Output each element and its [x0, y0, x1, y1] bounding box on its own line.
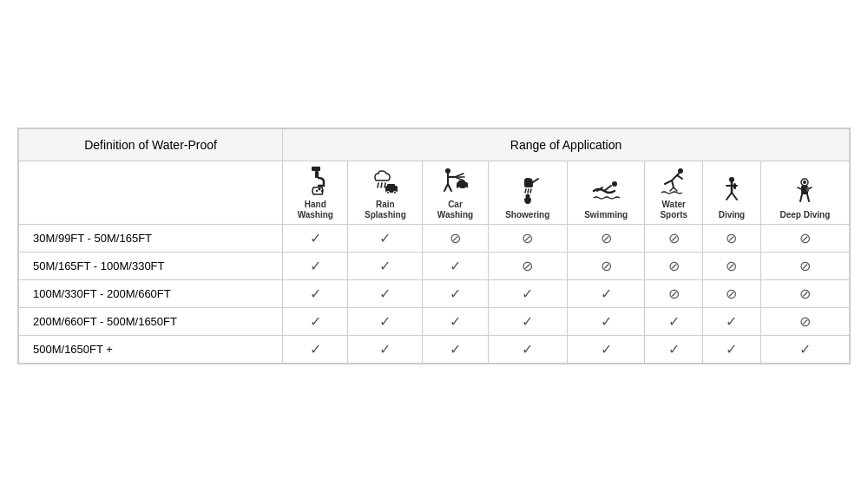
- check-mark: ✓: [522, 286, 533, 301]
- cell-0-3: ⊘: [488, 225, 567, 253]
- no-mark: ⊘: [799, 314, 811, 329]
- svg-line-28: [525, 189, 526, 193]
- cell-3-5: ✓: [645, 308, 703, 336]
- cell-1-0: ✓: [283, 253, 348, 280]
- svg-point-25: [458, 187, 461, 190]
- col-rain-splashing: RainSplashing: [348, 161, 423, 225]
- definition-title: Definition of Water-Proof: [84, 138, 217, 152]
- no-mark: ⊘: [668, 259, 680, 273]
- cell-4-3: ✓: [488, 336, 567, 364]
- check-mark: ✓: [310, 314, 321, 329]
- cell-3-6: ✓: [703, 308, 761, 336]
- table-row: 200M/660FT - 500M/1650FT✓✓✓✓✓✓✓⊘: [19, 308, 850, 336]
- svg-point-14: [394, 192, 396, 194]
- col-showering-label: Showering: [490, 210, 565, 220]
- cell-2-4: ✓: [567, 280, 644, 308]
- check-mark: ✓: [379, 286, 391, 301]
- check-mark: ✓: [450, 286, 461, 301]
- svg-rect-0: [312, 167, 320, 171]
- check-mark: ✓: [379, 314, 391, 329]
- cell-4-6: ✓: [703, 336, 761, 364]
- no-mark: ⊘: [601, 231, 612, 246]
- no-mark: ⊘: [522, 231, 533, 246]
- check-mark: ✓: [601, 314, 612, 329]
- svg-rect-10: [387, 184, 395, 188]
- svg-line-27: [533, 179, 538, 182]
- cell-2-0: ✓: [283, 280, 348, 308]
- cell-2-7: ⊘: [760, 280, 849, 308]
- svg-rect-41: [806, 187, 809, 192]
- table-row: 100M/330FT - 200M/660FT✓✓✓✓✓⊘⊘⊘: [19, 280, 850, 308]
- svg-rect-35: [733, 183, 736, 189]
- no-mark: ⊘: [799, 286, 811, 301]
- row-label-2: 100M/330FT - 200M/660FT: [19, 280, 283, 308]
- cell-2-6: ⊘: [703, 280, 761, 308]
- cell-3-7: ⊘: [760, 308, 849, 336]
- cell-4-5: ✓: [645, 336, 703, 364]
- col-hand-washing: HandWashing: [283, 161, 348, 225]
- check-mark: ✓: [668, 314, 680, 329]
- cell-1-6: ⊘: [703, 253, 761, 280]
- col-deep-diving: Deep Diving: [760, 161, 849, 225]
- cell-3-2: ✓: [423, 308, 488, 336]
- svg-line-30: [530, 189, 531, 193]
- no-mark: ⊘: [799, 231, 811, 246]
- cell-1-7: ⊘: [760, 253, 849, 280]
- cell-3-0: ✓: [283, 308, 348, 336]
- cell-0-2: ⊘: [423, 225, 488, 253]
- table-row: 500M/1650FT +✓✓✓✓✓✓✓✓: [19, 336, 850, 364]
- no-mark: ⊘: [726, 286, 737, 301]
- svg-line-6: [378, 183, 378, 187]
- check-mark: ✓: [310, 342, 321, 357]
- cell-1-3: ⊘: [488, 253, 567, 280]
- no-mark: ⊘: [799, 259, 811, 273]
- col-diving: Diving: [703, 161, 761, 225]
- col-rain-splashing-label: RainSplashing: [350, 200, 420, 220]
- svg-line-39: [798, 187, 801, 189]
- cell-4-7: ✓: [760, 336, 849, 364]
- cell-2-3: ✓: [488, 280, 567, 308]
- header-definition: Definition of Water-Proof: [19, 129, 283, 161]
- svg-line-7: [381, 183, 382, 187]
- cell-2-2: ✓: [423, 280, 488, 308]
- svg-line-18: [448, 184, 451, 191]
- cell-1-4: ⊘: [567, 253, 644, 280]
- cell-0-7: ⊘: [760, 225, 849, 253]
- waterproof-table-container: Definition of Water-Proof Range of Appli…: [17, 128, 851, 364]
- cell-4-4: ✓: [567, 336, 644, 364]
- no-mark: ⊘: [726, 231, 737, 246]
- col-hand-washing-label: HandWashing: [285, 200, 345, 220]
- cell-0-0: ✓: [283, 225, 348, 253]
- empty-header-cell: [19, 161, 283, 225]
- no-mark: ⊘: [601, 259, 612, 273]
- cell-1-2: ✓: [423, 253, 488, 280]
- cell-4-1: ✓: [348, 336, 423, 364]
- check-mark: ✓: [310, 231, 321, 246]
- check-mark: ✓: [379, 342, 391, 357]
- check-mark: ✓: [799, 342, 811, 357]
- cell-4-0: ✓: [283, 336, 348, 364]
- col-water-sports: WaterSports: [645, 161, 703, 225]
- header-application: Range of Application: [283, 129, 850, 161]
- row-label-1: 50M/165FT - 100M/330FT: [19, 253, 283, 280]
- no-mark: ⊘: [522, 259, 533, 273]
- cell-1-5: ⊘: [645, 253, 703, 280]
- check-mark: ✓: [668, 342, 680, 357]
- waterproof-table: Definition of Water-Proof Range of Appli…: [18, 128, 850, 364]
- check-mark: ✓: [379, 259, 391, 273]
- svg-point-3: [319, 188, 321, 191]
- check-mark: ✓: [522, 342, 533, 357]
- col-car-washing: CarWashing: [423, 161, 488, 225]
- row-label-0: 30M/99FT - 50M/165FT: [19, 225, 283, 253]
- svg-line-29: [528, 189, 529, 193]
- check-mark: ✓: [601, 342, 612, 357]
- check-mark: ✓: [726, 314, 737, 329]
- no-mark: ⊘: [726, 259, 737, 273]
- check-mark: ✓: [726, 342, 737, 357]
- col-showering: Showering: [488, 161, 567, 225]
- table-row: 50M/165FT - 100M/330FT✓✓✓⊘⊘⊘⊘⊘: [19, 253, 850, 280]
- svg-rect-1: [315, 171, 319, 178]
- check-mark: ✓: [450, 342, 461, 357]
- cell-3-1: ✓: [348, 308, 423, 336]
- svg-line-17: [444, 184, 448, 191]
